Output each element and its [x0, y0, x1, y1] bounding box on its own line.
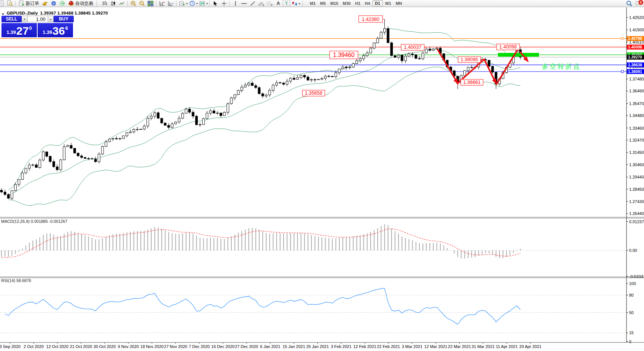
dropdown-caret-icon[interactable]: ▾ — [196, 2, 198, 5]
toolbar-grip[interactable] — [302, 1, 304, 6]
dropdown-caret-icon[interactable]: ▾ — [299, 2, 300, 5]
rsi-line — [5, 288, 520, 324]
date-label: 2 Oct 2020 — [24, 344, 44, 349]
candle-body — [188, 109, 191, 112]
date-label: 16 Dec 2020 — [211, 344, 234, 349]
candle-body — [49, 156, 51, 161]
community-chat-icon[interactable]: 1 — [634, 0, 643, 7]
chart-file-icon[interactable] — [0, 0, 5, 7]
candle-body — [25, 168, 27, 173]
candle-body — [237, 91, 239, 95]
tile-windows-icon[interactable] — [146, 0, 155, 7]
vertical-line-tool-icon[interactable] — [231, 0, 239, 7]
navigator-window-icon[interactable] — [166, 0, 175, 7]
candle-body — [397, 55, 400, 57]
candle-body — [269, 90, 271, 95]
candle-body — [488, 60, 490, 66]
price-axis-label: 1.32470 — [629, 138, 644, 142]
candle-body — [209, 111, 212, 113]
timeframe-button-D1[interactable]: D1 — [372, 0, 383, 6]
candle-body — [384, 29, 386, 32]
new-chart-icon[interactable] — [178, 0, 186, 7]
toolbar-grip[interactable] — [96, 1, 99, 6]
toolbar-separator — [176, 1, 177, 6]
candle-body — [136, 129, 139, 130]
rsi-axis-label: 100 — [629, 281, 636, 286]
turning-point-note: 多空转折点 — [542, 63, 581, 70]
date-label: 25 Jan 2021 — [306, 344, 329, 349]
macd-axis-label: -0.010374 — [629, 274, 644, 279]
toolbar-separator — [229, 1, 230, 6]
date-label: 11 Apr 2021 — [496, 344, 518, 349]
timeframe-button-M15[interactable]: M15 — [328, 1, 340, 6]
print-preview-icon[interactable] — [6, 0, 14, 7]
timeframe-button-W1[interactable]: W1 — [383, 1, 394, 6]
line-chart-type-icon[interactable] — [118, 0, 126, 7]
candle-body — [196, 116, 198, 125]
candle-body — [314, 79, 316, 80]
new-order-button[interactable]: 新订单 — [17, 0, 41, 7]
candle-body — [293, 78, 295, 79]
candle-body — [21, 173, 23, 179]
data-window-icon[interactable] — [158, 0, 166, 7]
trendline-tool-icon[interactable] — [248, 0, 257, 7]
crosshair-icon[interactable] — [220, 0, 228, 7]
price-chart-svg[interactable]: 1.425201.415001.405101.385001.374801.364… — [0, 7, 644, 351]
timeframe-button-H1[interactable]: H1 — [353, 1, 362, 6]
collapse-triangle-icon[interactable]: ▲ — [1, 12, 4, 15]
price-badge-label: 1.40798 — [628, 36, 642, 41]
toolbar-separator — [209, 1, 210, 6]
profiles-clock-icon[interactable] — [188, 0, 196, 7]
timeframe-button-M30[interactable]: M30 — [340, 1, 353, 6]
sell-price-display[interactable]: 1.39 27 0 — [1, 23, 37, 37]
rsi-axis-label: 15 — [629, 331, 634, 335]
candle-body — [405, 56, 407, 61]
candle-body — [470, 67, 473, 68]
indicators-icon[interactable] — [41, 0, 49, 7]
candle-body — [227, 104, 229, 112]
chart-window[interactable]: 1.425201.415001.405101.385001.374801.364… — [0, 7, 644, 351]
notification-badge: 1 — [638, 0, 643, 5]
volume-input[interactable]: 1.00 — [28, 16, 48, 22]
arrows-tool-icon[interactable] — [291, 0, 299, 7]
fibonacci-tool-icon[interactable]: F — [266, 0, 274, 7]
date-label: 12 Mar 2021 — [424, 344, 447, 349]
candle-body — [77, 153, 79, 156]
chart-shift-icon[interactable] — [198, 0, 206, 7]
candle-chart-type-icon[interactable] — [109, 0, 117, 7]
candle-body — [255, 86, 257, 88]
search-icon[interactable] — [625, 0, 633, 7]
candle-body — [342, 67, 344, 69]
volume-increase-button[interactable]: ▲ — [48, 16, 54, 22]
dropdown-caret-icon[interactable]: ▾ — [206, 2, 208, 5]
price-axis-label: 1.29440 — [629, 175, 644, 179]
zoom-in-icon[interactable] — [129, 0, 137, 7]
buy-price-display[interactable]: 1.39 36 6 — [38, 23, 73, 37]
candle-body — [387, 29, 389, 43]
timeframe-button-M1[interactable]: M1 — [308, 1, 318, 6]
dropdown-caret-icon[interactable]: ▾ — [186, 2, 188, 5]
text-label-tool-icon[interactable]: T — [283, 0, 290, 6]
horizontal-line-tool-icon[interactable] — [240, 0, 248, 7]
date-label: 27 Dec 2020 — [235, 344, 258, 349]
candle-body — [216, 113, 219, 113]
buy-button[interactable]: BUY — [54, 16, 74, 22]
candle-body — [157, 113, 159, 118]
candle-body — [317, 79, 320, 80]
timeframe-button-M5[interactable]: M5 — [318, 1, 328, 6]
zoom-out-icon[interactable] — [138, 0, 146, 7]
market-depth-icon[interactable] — [50, 0, 58, 7]
rsi-axis-label: 50 — [629, 310, 634, 315]
bar-chart-type-icon[interactable] — [101, 0, 109, 7]
cursor-icon[interactable] — [211, 0, 219, 7]
timeframe-button-H4[interactable]: H4 — [363, 1, 372, 6]
text-tool-icon[interactable]: A — [274, 0, 282, 7]
auto-trading-button[interactable]: 自动交易 — [67, 0, 95, 7]
channel-tool-icon[interactable]: E — [257, 0, 265, 7]
sell-button[interactable]: SELL — [1, 16, 22, 22]
timeframe-button-MN[interactable]: MN — [393, 1, 404, 6]
candle-body — [202, 118, 204, 124]
signals-icon[interactable] — [58, 0, 66, 7]
volume-decrease-button[interactable]: ▼ — [22, 16, 28, 22]
annotation-price-label: 1.40098 — [499, 44, 517, 50]
